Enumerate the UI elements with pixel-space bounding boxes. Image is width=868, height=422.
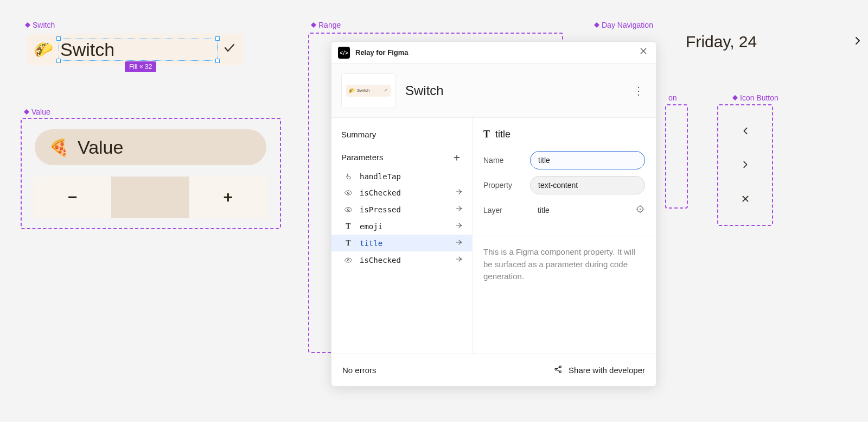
param-row-title[interactable]: Ttitle [331, 235, 472, 251]
layer-value: title [530, 201, 629, 219]
component-label-truncated[interactable]: on [668, 93, 677, 102]
share-button[interactable]: Share with developer [553, 364, 645, 376]
parameters-label: Parameters [341, 153, 384, 162]
svg-point-6 [347, 259, 349, 261]
param-type-icon [343, 188, 353, 197]
svg-point-12 [559, 371, 561, 373]
property-input[interactable]: text-content [530, 176, 645, 194]
parameters-list: handleTapisCheckedisPressedTemojiTtitlei… [331, 169, 472, 268]
truncated-component-frame[interactable] [665, 104, 688, 209]
svg-point-0 [347, 192, 349, 193]
switch-title-selection[interactable]: Switch [59, 39, 218, 61]
component-diamond-icon [311, 22, 316, 28]
param-arrow-icon [455, 221, 464, 231]
relay-titlebar: </> Relay for Figma [331, 42, 656, 64]
param-row-handleTap[interactable]: handleTap [331, 169, 472, 184]
kebab-menu-icon[interactable]: ⋮ [631, 82, 646, 99]
selection-handle-br[interactable] [215, 59, 220, 63]
param-name: emoji [360, 222, 448, 231]
value-pill[interactable]: 🍕 Value [35, 129, 266, 165]
component-label-switch[interactable]: Switch [25, 21, 55, 29]
close-icon[interactable] [741, 192, 750, 206]
param-name: isChecked [360, 256, 448, 264]
param-arrow-icon [455, 255, 464, 265]
svg-point-7 [461, 259, 462, 260]
close-icon[interactable] [637, 47, 649, 58]
svg-point-11 [559, 366, 561, 368]
figma-canvas[interactable]: Switch 🌮 Switch Fill × 32 Value 🍕 Value … [0, 0, 868, 422]
relay-title: Relay for Figma [355, 48, 632, 56]
component-label-text: Value [31, 108, 50, 116]
selection-handle-bl[interactable] [56, 59, 61, 63]
param-row-emoji[interactable]: Temoji [331, 218, 472, 235]
stepper-display [111, 177, 189, 218]
chevron-right-icon[interactable] [853, 35, 863, 49]
fill-size-badge: Fill × 32 [125, 61, 156, 72]
chevron-left-icon[interactable] [741, 124, 750, 138]
add-parameter-button[interactable]: ＋ [451, 150, 462, 165]
name-input[interactable]: title [530, 151, 645, 169]
param-name: isChecked [360, 188, 448, 197]
value-emoji: 🍕 [49, 138, 69, 157]
param-name: handleTap [360, 172, 448, 181]
component-label-text: on [668, 93, 677, 102]
param-type-icon: T [343, 222, 353, 231]
day-nav-date: Friday, 24 [686, 33, 757, 51]
switch-component[interactable]: 🌮 Switch [27, 34, 244, 65]
svg-point-9 [640, 209, 641, 210]
relay-detail-pane: T title Name title Property text-content [473, 118, 656, 354]
switch-title-text: Switch [60, 39, 114, 60]
component-label-daynav[interactable]: Day Navigation [594, 21, 653, 29]
component-label-iconbtn[interactable]: Icon Button [732, 93, 778, 102]
param-arrow-icon [455, 204, 464, 215]
param-arrow-icon [455, 187, 464, 198]
icon-button-stack [717, 104, 773, 226]
param-arrow-icon [455, 238, 464, 248]
param-type-icon [343, 173, 353, 180]
property-label: Property [483, 181, 524, 190]
param-row-isPressed[interactable]: isPressed [331, 201, 472, 218]
stepper-minus-button[interactable]: − [34, 177, 111, 218]
selection-handle-tr[interactable] [215, 36, 220, 41]
svg-point-1 [461, 191, 462, 192]
selection-handle-tl[interactable] [56, 36, 61, 41]
layer-label: Layer [483, 206, 524, 215]
target-icon[interactable] [635, 204, 645, 216]
component-label-range[interactable]: Range [311, 21, 341, 29]
param-row-isChecked[interactable]: isChecked [331, 184, 472, 201]
param-type-icon [343, 205, 353, 214]
svg-point-5 [461, 242, 462, 243]
param-row-isChecked[interactable]: isChecked [331, 251, 472, 268]
name-label: Name [483, 156, 524, 165]
component-diamond-icon [24, 109, 29, 115]
detail-description: This is a Figma component property. It w… [473, 236, 656, 293]
switch-emoji: 🌮 [34, 41, 53, 59]
error-status[interactable]: No errors [342, 366, 376, 375]
component-label-text: Icon Button [740, 93, 778, 102]
param-name: isPressed [360, 205, 448, 214]
detail-heading: T title [473, 118, 656, 149]
component-label-value[interactable]: Value [24, 108, 50, 116]
svg-point-4 [461, 225, 462, 226]
param-type-icon: T [343, 239, 353, 248]
param-name: title [360, 239, 448, 248]
chevron-right-icon[interactable] [741, 158, 750, 172]
relay-header: 🌮 Switch ✓ Switch ⋮ [331, 64, 656, 118]
relay-panel: </> Relay for Figma 🌮 Switch ✓ Switch ⋮ … [331, 41, 656, 387]
svg-point-3 [461, 208, 462, 209]
param-type-icon [343, 256, 353, 264]
relay-footer: No errors Share with developer [331, 354, 656, 386]
value-stepper: − + [34, 177, 267, 218]
detail-heading-text: title [495, 129, 510, 140]
component-label-text: Switch [33, 21, 55, 29]
stepper-plus-button[interactable]: + [189, 177, 267, 218]
component-diamond-icon [25, 22, 30, 28]
component-diamond-icon [732, 95, 738, 100]
value-title: Value [78, 137, 123, 158]
svg-point-10 [555, 368, 557, 370]
component-thumbnail: 🌮 Switch ✓ [341, 73, 395, 108]
component-label-text: Day Navigation [602, 21, 653, 29]
share-icon [553, 364, 563, 376]
summary-section[interactable]: Summary [331, 128, 472, 144]
component-label-text: Range [318, 21, 341, 29]
